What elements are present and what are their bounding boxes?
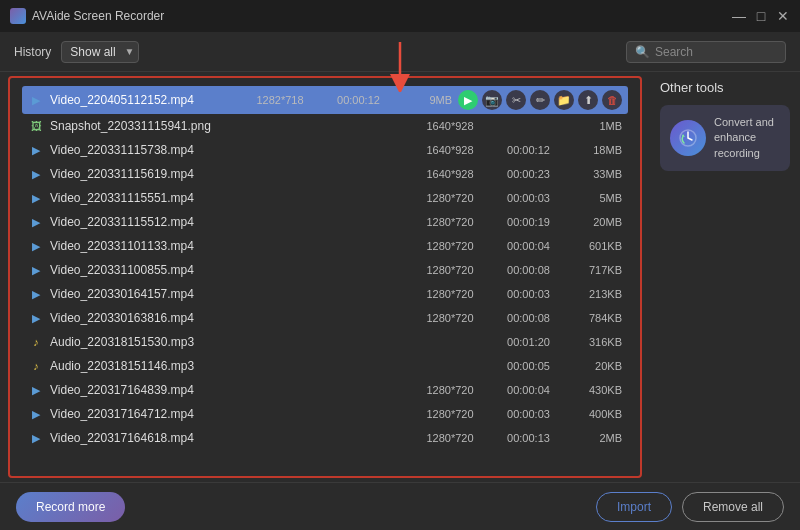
maximize-button[interactable]: □ <box>754 9 768 23</box>
file-resolution: 1640*928 <box>410 144 490 156</box>
file-size: 5MB <box>567 192 622 204</box>
convert-tool-card[interactable]: Convert and enhance recording <box>660 105 790 171</box>
file-resolution: 1640*928 <box>410 120 490 132</box>
file-size: 400KB <box>567 408 622 420</box>
file-row[interactable]: ▶ Video_220317164618.mp4 1280*720 00:00:… <box>22 426 628 450</box>
title-bar-left: AVAide Screen Recorder <box>10 8 164 24</box>
file-type-icon: ▶ <box>28 286 44 302</box>
filter-select[interactable]: Show all Videos Images Audio <box>61 41 139 63</box>
app-title: AVAide Screen Recorder <box>32 9 164 23</box>
file-name: Video_220317164839.mp4 <box>50 383 404 397</box>
file-row[interactable]: ▶ Video_220330163816.mp4 1280*720 00:00:… <box>22 306 628 330</box>
file-type-icon: ▶ <box>28 142 44 158</box>
file-row[interactable]: ▶ Video_220331115619.mp4 1640*928 00:00:… <box>22 162 628 186</box>
convert-tool-text: Convert and enhance recording <box>714 115 780 161</box>
file-size: 601KB <box>567 240 622 252</box>
file-duration: 00:00:03 <box>496 192 561 204</box>
camera-button[interactable]: 📷 <box>482 90 502 110</box>
file-name: Video_220317164712.mp4 <box>50 407 404 421</box>
file-type-icon: ▶ <box>28 166 44 182</box>
folder-button[interactable]: 📁 <box>554 90 574 110</box>
file-resolution: 1280*720 <box>410 192 490 204</box>
file-name: Video_220331115512.mp4 <box>50 215 404 229</box>
file-type-icon: ▶ <box>28 382 44 398</box>
file-name: Video_220331115551.mp4 <box>50 191 404 205</box>
file-resolution: 1280*720 <box>410 240 490 252</box>
file-row[interactable]: ▶ Video_220331115738.mp4 1640*928 00:00:… <box>22 138 628 162</box>
file-duration: 00:00:23 <box>496 168 561 180</box>
delete-button[interactable]: 🗑 <box>602 90 622 110</box>
file-row[interactable]: ▶ Video_220405112152.mp4 1282*718 00:00:… <box>22 86 628 114</box>
right-panel: Other tools Convert and enhance recordin… <box>650 72 800 482</box>
file-type-icon: ▶ <box>28 406 44 422</box>
toolbar: History Show all Videos Images Audio ▼ 🔍 <box>0 32 800 72</box>
file-row[interactable]: ♪ Audio_220318151530.mp3 00:01:20 316KB <box>22 330 628 354</box>
file-name: Video_220331100855.mp4 <box>50 263 404 277</box>
file-size: 18MB <box>567 144 622 156</box>
filter-select-wrapper[interactable]: Show all Videos Images Audio ▼ <box>61 41 139 63</box>
remove-all-button[interactable]: Remove all <box>682 492 784 522</box>
search-input[interactable] <box>655 45 777 59</box>
file-resolution: 1640*928 <box>410 168 490 180</box>
file-name: Video_220317164618.mp4 <box>50 431 404 445</box>
file-resolution: 1280*720 <box>410 264 490 276</box>
other-tools-title: Other tools <box>660 80 790 95</box>
file-type-icon: ▶ <box>28 92 44 108</box>
file-row[interactable]: ▶ Video_220317164712.mp4 1280*720 00:00:… <box>22 402 628 426</box>
file-duration: 00:00:04 <box>496 240 561 252</box>
main-layout: ▶ Video_220405112152.mp4 1282*718 00:00:… <box>0 72 800 482</box>
file-type-icon: ▶ <box>28 262 44 278</box>
file-resolution: 1280*720 <box>410 432 490 444</box>
file-duration: 00:00:03 <box>496 288 561 300</box>
file-resolution: 1280*720 <box>410 408 490 420</box>
file-resolution: 1280*720 <box>410 288 490 300</box>
file-size: 316KB <box>567 336 622 348</box>
file-duration: 00:00:12 <box>496 144 561 156</box>
title-bar-controls: — □ ✕ <box>732 9 790 23</box>
file-name: Video_220331115619.mp4 <box>50 167 404 181</box>
edit-button[interactable]: ✏ <box>530 90 550 110</box>
file-actions: ▶ 📷 ✂ ✏ 📁 ⬆ 🗑 <box>458 90 622 110</box>
file-row[interactable]: 🖼 Snapshot_220331115941.png 1640*928 1MB <box>22 114 628 138</box>
file-duration: 00:00:08 <box>496 312 561 324</box>
file-resolution: 1280*720 <box>410 216 490 228</box>
close-button[interactable]: ✕ <box>776 9 790 23</box>
title-bar: AVAide Screen Recorder — □ ✕ <box>0 0 800 32</box>
file-name: Audio_220318151530.mp3 <box>50 335 404 349</box>
bottom-bar: Record more Import Remove all <box>0 482 800 530</box>
file-type-icon: ♪ <box>28 358 44 374</box>
file-duration: 00:00:13 <box>496 432 561 444</box>
file-name: Video_220331115738.mp4 <box>50 143 404 157</box>
file-size: 20MB <box>567 216 622 228</box>
file-type-icon: ▶ <box>28 190 44 206</box>
file-name: Video_220330163816.mp4 <box>50 311 404 325</box>
play-button[interactable]: ▶ <box>458 90 478 110</box>
file-resolution: 1282*718 <box>240 94 320 106</box>
share-button[interactable]: ⬆ <box>578 90 598 110</box>
file-row[interactable]: ▶ Video_220330164157.mp4 1280*720 00:00:… <box>22 282 628 306</box>
file-row[interactable]: ♪ Audio_220318151146.mp3 00:00:05 20KB <box>22 354 628 378</box>
file-row[interactable]: ▶ Video_220331100855.mp4 1280*720 00:00:… <box>22 258 628 282</box>
file-row[interactable]: ▶ Video_220317164839.mp4 1280*720 00:00:… <box>22 378 628 402</box>
file-duration: 00:00:08 <box>496 264 561 276</box>
import-button[interactable]: Import <box>596 492 672 522</box>
file-size: 1MB <box>567 120 622 132</box>
file-size: 430KB <box>567 384 622 396</box>
minimize-button[interactable]: — <box>732 9 746 23</box>
file-type-icon: ▶ <box>28 430 44 446</box>
file-list-panel: ▶ Video_220405112152.mp4 1282*718 00:00:… <box>8 76 642 478</box>
file-duration: 00:00:03 <box>496 408 561 420</box>
cut-button[interactable]: ✂ <box>506 90 526 110</box>
convert-tool-icon <box>670 120 706 156</box>
file-name: Video_220331101133.mp4 <box>50 239 404 253</box>
history-label: History <box>14 45 51 59</box>
file-row[interactable]: ▶ Video_220331101133.mp4 1280*720 00:00:… <box>22 234 628 258</box>
file-name: Snapshot_220331115941.png <box>50 119 404 133</box>
file-row[interactable]: ▶ Video_220331115512.mp4 1280*720 00:00:… <box>22 210 628 234</box>
search-box[interactable]: 🔍 <box>626 41 786 63</box>
file-resolution: 1280*720 <box>410 384 490 396</box>
record-more-button[interactable]: Record more <box>16 492 125 522</box>
file-row[interactable]: ▶ Video_220331115551.mp4 1280*720 00:00:… <box>22 186 628 210</box>
file-type-icon: ♪ <box>28 334 44 350</box>
file-name: Video_220405112152.mp4 <box>50 93 234 107</box>
